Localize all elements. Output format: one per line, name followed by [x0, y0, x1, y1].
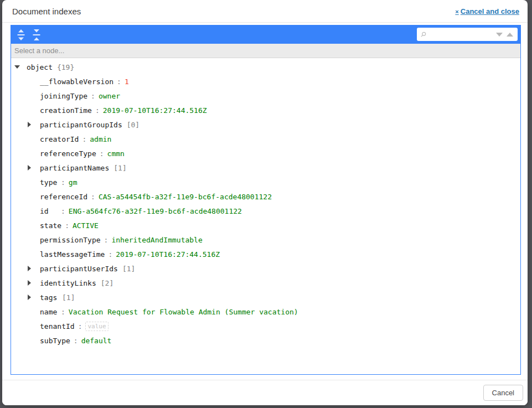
key-value-separator: : [113, 78, 125, 86]
node-value[interactable]: ENG-a564fc76-a32f-11e9-bc6f-acde48001122 [69, 207, 242, 215]
key-value-separator: : [92, 106, 103, 115]
node-toggle-button[interactable] [28, 266, 40, 271]
node-key[interactable]: referenceId [40, 193, 87, 201]
node-toggle-button[interactable] [14, 65, 27, 69]
node-value[interactable]: 2019-07-10T16:27:44.516Z [116, 250, 220, 259]
search-next-button[interactable] [496, 33, 503, 37]
tree-row: lastMessageTime:2019-07-10T16:27:44.516Z [11, 247, 520, 261]
chevron-down-icon [496, 33, 503, 37]
tree-row: type:gm [11, 175, 520, 189]
collapse-all-button[interactable] [31, 29, 42, 40]
key-value-separator: : [96, 149, 107, 158]
node-count: [1] [113, 164, 126, 172]
tree-row: tags[1] [11, 290, 520, 304]
node-key[interactable]: tenantId [40, 322, 75, 330]
tree-row: referenceId:CAS-a54454fb-a32f-11e9-bc6f-… [11, 189, 520, 204]
key-value-separator: : [61, 221, 73, 230]
search-previous-button[interactable] [507, 33, 513, 37]
node-toggle-button[interactable] [28, 122, 40, 127]
json-editor: Select a node... object{19}__flowableVer… [11, 25, 521, 375]
tree-row: participantUserIds[1] [11, 261, 520, 276]
tree-row: creatorId:admin [11, 132, 520, 146]
cancel-button[interactable]: Cancel [483, 385, 523, 401]
node-key[interactable]: type [40, 178, 58, 187]
tree-row: creationTime:2019-07-10T16:27:44.516Z [11, 103, 520, 117]
tree-row: name:Vacation Request for Flowable Admin… [11, 304, 520, 319]
key-value-separator: : [79, 135, 90, 143]
tree-row: tenantId:value [11, 319, 520, 333]
triangle-right-icon [28, 122, 31, 127]
node-key[interactable]: creatorId [40, 135, 79, 143]
node-key[interactable]: id [40, 207, 58, 215]
node-key[interactable]: state [40, 221, 61, 230]
node-count: [1] [122, 265, 135, 273]
node-path-bar[interactable]: Select a node... [11, 44, 520, 58]
tree-row: joiningType:owner [11, 89, 520, 103]
triangle-right-icon [28, 165, 31, 171]
node-key[interactable]: participantNames [40, 164, 109, 172]
node-key[interactable]: creationTime [40, 106, 92, 115]
node-value[interactable]: admin [90, 135, 111, 143]
tree-row: state:ACTIVE [11, 218, 520, 233]
triangle-down-icon [14, 65, 20, 69]
node-key[interactable]: tags [40, 293, 58, 302]
node-path-placeholder: Select a node... [14, 47, 64, 55]
tree-row: referenceType:cmmn [11, 146, 520, 161]
node-value[interactable]: 1 [125, 78, 129, 86]
node-key[interactable]: permissionType [40, 236, 101, 244]
modal-footer: Cancel [2, 380, 528, 405]
json-tree: object{19}__flowableVersion:1joiningType… [11, 58, 520, 374]
node-count: [2] [101, 279, 113, 287]
node-key[interactable]: subType [40, 337, 70, 345]
key-value-separator: : [58, 308, 69, 316]
node-value[interactable]: 2019-07-10T16:27:44.516Z [103, 106, 207, 115]
document-indexes-modal: Document indexes ×Cancel and close [2, 0, 528, 405]
key-value-separator: : [58, 178, 69, 187]
page-backdrop: { "colors": { "accent": "#3883fa", "back… [0, 0, 532, 408]
node-value[interactable]: default [81, 337, 112, 345]
close-x-icon: × [455, 8, 458, 15]
search-input[interactable] [426, 29, 492, 40]
node-key[interactable]: lastMessageTime [40, 250, 105, 259]
tree-row: permissionType:inheritedAndImmutable [11, 233, 520, 247]
node-value[interactable]: cmmn [107, 149, 125, 158]
key-value-separator: : [87, 193, 99, 201]
node-toggle-button[interactable] [28, 280, 40, 286]
key-value-separator: : [70, 337, 81, 345]
chevron-up-icon [507, 33, 513, 37]
cancel-and-close-link[interactable]: ×Cancel and close [455, 7, 519, 16]
node-value[interactable]: owner [99, 92, 120, 100]
node-value[interactable]: ACTIVE [73, 221, 99, 230]
editor-toolbar [11, 25, 520, 44]
search-icon [420, 30, 426, 39]
key-value-separator: : [58, 207, 69, 215]
node-key[interactable]: __flowableVersion [40, 78, 113, 86]
node-key[interactable]: name [40, 308, 58, 316]
node-key[interactable]: participantUserIds [40, 265, 118, 273]
node-key[interactable]: referenceType [40, 149, 96, 158]
node-value[interactable]: Vacation Request for Flowable Admin (Sum… [69, 308, 298, 316]
node-value[interactable]: inheritedAndImmutable [111, 236, 202, 244]
node-count: [0] [127, 121, 140, 129]
node-value[interactable]: CAS-a54454fb-a32f-11e9-bc6f-acde48001122 [99, 193, 272, 201]
node-key[interactable]: participantGroupIds [40, 121, 122, 129]
tree-row: id:ENG-a564fc76-a32f-11e9-bc6f-acde48001… [11, 204, 520, 218]
expand-all-icon [16, 29, 27, 40]
node-key[interactable]: joiningType [40, 92, 87, 100]
tree-row: participantNames[1] [11, 161, 520, 175]
node-count: [1] [62, 293, 75, 302]
node-value[interactable]: value [85, 322, 108, 331]
node-count: {19} [57, 63, 74, 71]
node-value[interactable]: gm [69, 178, 78, 187]
triangle-right-icon [28, 266, 31, 271]
expand-all-button[interactable] [16, 29, 27, 40]
triangle-right-icon [28, 280, 31, 286]
triangle-right-icon [28, 295, 31, 300]
cancel-and-close-label: Cancel and close [461, 7, 519, 16]
key-value-separator: : [101, 236, 112, 244]
node-key[interactable]: identityLinks [40, 279, 96, 287]
node-key[interactable]: object [27, 63, 53, 71]
node-toggle-button[interactable] [28, 165, 40, 171]
node-toggle-button[interactable] [28, 295, 40, 300]
tree-row: participantGroupIds[0] [11, 117, 520, 132]
